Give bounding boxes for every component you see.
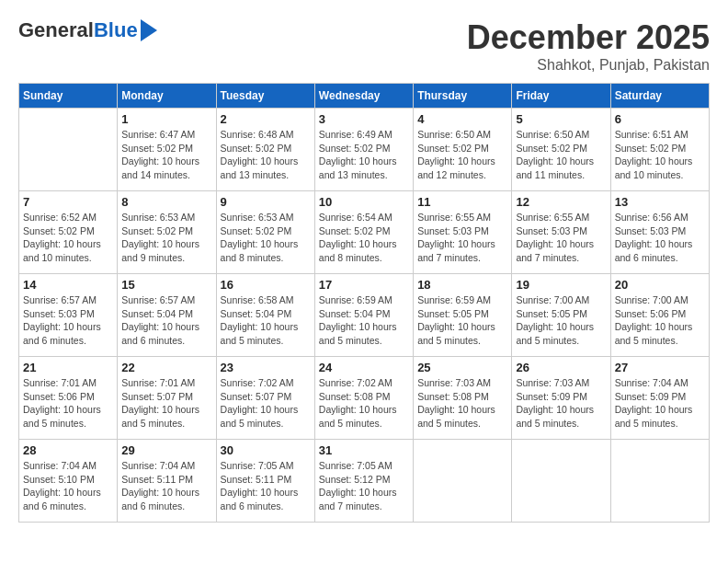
calendar-cell (19, 109, 118, 191)
day-number: 9 (221, 195, 311, 209)
calendar-cell (414, 440, 512, 523)
day-info: Sunrise: 7:02 AMSunset: 5:07 PMDaylight:… (221, 376, 311, 431)
day-number: 16 (221, 278, 311, 292)
calendar-cell: 30Sunrise: 7:05 AMSunset: 5:11 PMDayligh… (216, 440, 314, 523)
day-of-week-header: Wednesday (314, 84, 413, 109)
day-number: 23 (221, 361, 311, 374)
day-info: Sunrise: 6:49 AMSunset: 5:02 PMDaylight:… (319, 128, 409, 182)
day-info: Sunrise: 6:57 AMSunset: 5:03 PMDaylight:… (23, 293, 113, 348)
calendar-cell: 19Sunrise: 7:00 AMSunset: 5:05 PMDayligh… (512, 274, 610, 357)
day-number: 3 (319, 112, 409, 126)
calendar-cell: 7Sunrise: 6:52 AMSunset: 5:02 PMDaylight… (19, 191, 118, 274)
day-number: 25 (417, 361, 507, 374)
calendar-cell: 5Sunrise: 6:50 AMSunset: 5:02 PMDaylight… (512, 109, 610, 191)
day-info: Sunrise: 6:50 AMSunset: 5:02 PMDaylight:… (417, 128, 507, 182)
day-info: Sunrise: 6:59 AMSunset: 5:05 PMDaylight:… (417, 293, 507, 348)
calendar-cell: 10Sunrise: 6:54 AMSunset: 5:02 PMDayligh… (314, 191, 413, 274)
day-number: 18 (417, 278, 507, 292)
calendar-cell: 3Sunrise: 6:49 AMSunset: 5:02 PMDaylight… (314, 109, 413, 191)
week-row: 7Sunrise: 6:52 AMSunset: 5:02 PMDaylight… (19, 191, 710, 274)
title-section: December 2025 Shahkot, Punjab, Pakistan (467, 18, 710, 74)
day-number: 12 (516, 195, 606, 209)
calendar-cell: 22Sunrise: 7:01 AMSunset: 5:07 PMDayligh… (118, 357, 216, 440)
calendar-cell: 1Sunrise: 6:47 AMSunset: 5:02 PMDaylight… (118, 109, 216, 191)
day-info: Sunrise: 6:50 AMSunset: 5:02 PMDaylight:… (516, 128, 606, 182)
calendar-cell: 8Sunrise: 6:53 AMSunset: 5:02 PMDaylight… (118, 191, 216, 274)
day-info: Sunrise: 7:03 AMSunset: 5:08 PMDaylight:… (417, 376, 507, 431)
day-info: Sunrise: 7:03 AMSunset: 5:09 PMDaylight:… (516, 376, 606, 431)
day-number: 26 (516, 361, 606, 374)
calendar-cell (610, 440, 709, 523)
day-number: 28 (23, 443, 113, 457)
calendar-cell: 27Sunrise: 7:04 AMSunset: 5:09 PMDayligh… (610, 357, 709, 440)
day-number: 1 (121, 112, 211, 126)
page-header: General Blue December 2025 Shahkot, Punj… (18, 18, 710, 74)
calendar-cell: 15Sunrise: 6:57 AMSunset: 5:04 PMDayligh… (118, 274, 216, 357)
day-info: Sunrise: 7:05 AMSunset: 5:11 PMDaylight:… (221, 459, 311, 513)
day-number: 29 (121, 443, 211, 457)
day-number: 30 (221, 443, 311, 457)
day-number: 14 (23, 278, 113, 292)
day-info: Sunrise: 7:00 AMSunset: 5:05 PMDaylight:… (516, 293, 606, 348)
day-of-week-header: Friday (512, 84, 610, 109)
day-number: 6 (615, 112, 705, 126)
calendar-cell (512, 440, 610, 523)
day-of-week-header: Monday (118, 84, 216, 109)
day-number: 20 (615, 278, 705, 292)
day-of-week-header: Tuesday (216, 84, 314, 109)
day-info: Sunrise: 6:47 AMSunset: 5:02 PMDaylight:… (121, 128, 211, 182)
day-number: 17 (319, 278, 409, 292)
day-info: Sunrise: 6:53 AMSunset: 5:02 PMDaylight:… (121, 211, 211, 265)
day-number: 15 (121, 278, 211, 292)
day-number: 31 (319, 443, 409, 457)
day-number: 19 (516, 278, 606, 292)
day-number: 8 (121, 195, 211, 209)
day-number: 2 (221, 112, 311, 126)
day-number: 27 (615, 361, 705, 374)
day-number: 22 (121, 361, 211, 374)
calendar-cell: 24Sunrise: 7:02 AMSunset: 5:08 PMDayligh… (314, 357, 413, 440)
logo-blue-text: Blue (94, 18, 138, 42)
calendar-cell: 6Sunrise: 6:51 AMSunset: 5:02 PMDaylight… (610, 109, 709, 191)
week-row: 21Sunrise: 7:01 AMSunset: 5:06 PMDayligh… (19, 357, 710, 440)
day-number: 7 (23, 195, 113, 209)
day-number: 13 (615, 195, 705, 209)
calendar-cell: 26Sunrise: 7:03 AMSunset: 5:09 PMDayligh… (512, 357, 610, 440)
day-info: Sunrise: 6:54 AMSunset: 5:02 PMDaylight:… (319, 211, 409, 265)
calendar-cell: 14Sunrise: 6:57 AMSunset: 5:03 PMDayligh… (19, 274, 118, 357)
day-number: 10 (319, 195, 409, 209)
days-of-week-row: SundayMondayTuesdayWednesdayThursdayFrid… (19, 84, 710, 109)
day-info: Sunrise: 6:55 AMSunset: 5:03 PMDaylight:… (516, 211, 606, 265)
day-info: Sunrise: 7:04 AMSunset: 5:09 PMDaylight:… (615, 376, 705, 431)
day-info: Sunrise: 6:59 AMSunset: 5:04 PMDaylight:… (319, 293, 409, 348)
day-info: Sunrise: 7:04 AMSunset: 5:10 PMDaylight:… (23, 459, 113, 513)
day-number: 5 (516, 112, 606, 126)
calendar-cell: 18Sunrise: 6:59 AMSunset: 5:05 PMDayligh… (414, 274, 512, 357)
day-info: Sunrise: 6:57 AMSunset: 5:04 PMDaylight:… (121, 293, 211, 348)
calendar-header: SundayMondayTuesdayWednesdayThursdayFrid… (19, 84, 710, 109)
calendar-cell: 20Sunrise: 7:00 AMSunset: 5:06 PMDayligh… (610, 274, 709, 357)
day-info: Sunrise: 7:01 AMSunset: 5:07 PMDaylight:… (121, 376, 211, 431)
calendar-cell: 29Sunrise: 7:04 AMSunset: 5:11 PMDayligh… (118, 440, 216, 523)
calendar-cell: 16Sunrise: 6:58 AMSunset: 5:04 PMDayligh… (216, 274, 314, 357)
week-row: 14Sunrise: 6:57 AMSunset: 5:03 PMDayligh… (19, 274, 710, 357)
day-info: Sunrise: 7:00 AMSunset: 5:06 PMDaylight:… (615, 293, 705, 348)
logo-arrow-icon (141, 19, 157, 41)
calendar-cell: 2Sunrise: 6:48 AMSunset: 5:02 PMDaylight… (216, 109, 314, 191)
calendar-cell: 13Sunrise: 6:56 AMSunset: 5:03 PMDayligh… (610, 191, 709, 274)
day-of-week-header: Thursday (414, 84, 512, 109)
location-text: Shahkot, Punjab, Pakistan (467, 57, 710, 74)
calendar-cell: 4Sunrise: 6:50 AMSunset: 5:02 PMDaylight… (414, 109, 512, 191)
calendar-cell: 28Sunrise: 7:04 AMSunset: 5:10 PMDayligh… (19, 440, 118, 523)
day-number: 11 (417, 195, 507, 209)
day-number: 4 (417, 112, 507, 126)
week-row: 1Sunrise: 6:47 AMSunset: 5:02 PMDaylight… (19, 109, 710, 191)
calendar-cell: 21Sunrise: 7:01 AMSunset: 5:06 PMDayligh… (19, 357, 118, 440)
calendar-cell: 12Sunrise: 6:55 AMSunset: 5:03 PMDayligh… (512, 191, 610, 274)
calendar-cell: 9Sunrise: 6:53 AMSunset: 5:02 PMDaylight… (216, 191, 314, 274)
day-number: 21 (23, 361, 113, 374)
day-info: Sunrise: 6:58 AMSunset: 5:04 PMDaylight:… (221, 293, 311, 348)
day-info: Sunrise: 6:48 AMSunset: 5:02 PMDaylight:… (221, 128, 311, 182)
calendar-cell: 17Sunrise: 6:59 AMSunset: 5:04 PMDayligh… (314, 274, 413, 357)
day-info: Sunrise: 6:55 AMSunset: 5:03 PMDaylight:… (417, 211, 507, 265)
